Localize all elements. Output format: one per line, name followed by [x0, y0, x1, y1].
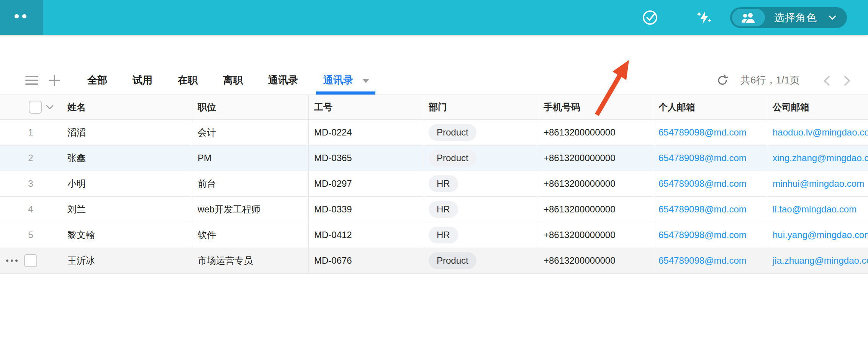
view-header: 档案 — [0, 35, 868, 66]
cell-personal-email[interactable]: 654789098@md.com — [653, 171, 767, 196]
row-checkbox[interactable] — [24, 254, 37, 267]
chevron-down-icon[interactable] — [46, 104, 54, 110]
cell-phone[interactable]: +8613200000000 — [538, 248, 653, 273]
cell-employee-id[interactable]: MD-0676 — [309, 248, 423, 273]
add-view-icon[interactable] — [48, 74, 61, 86]
cell-phone[interactable]: +8613200000000 — [538, 145, 653, 171]
cell-name[interactable]: 4刘兰 — [0, 197, 192, 222]
tab-label: 全部 — [87, 73, 107, 87]
refresh-icon[interactable] — [717, 75, 728, 86]
cell-personal-email[interactable]: 654789098@md.com — [653, 248, 767, 273]
tab-3[interactable]: 离职 — [223, 66, 243, 95]
cell-employee-id[interactable]: MD-0412 — [309, 222, 423, 248]
personal-email-link[interactable]: 654789098@md.com — [658, 178, 747, 189]
row-menu-icon[interactable] — [6, 259, 18, 262]
company-email-link[interactable]: minhui@mingdao.com — [773, 178, 864, 189]
table-row[interactable]: 3小明前台MD-0297HR+8613200000000654789098@md… — [0, 171, 868, 197]
tab-1[interactable]: 试用 — [133, 66, 152, 95]
table-row[interactable]: 5黎文翰软件MD-0412HR+8613200000000654789098@m… — [0, 222, 868, 248]
cell-department[interactable]: HR — [423, 197, 538, 222]
cell-position[interactable]: 会计 — [192, 120, 309, 145]
cell-company-email[interactable]: haoduo.lv@mingdao.com — [767, 120, 868, 145]
company-email-link[interactable]: li.tao@mingdao.com — [773, 204, 857, 215]
table-header-row: 姓名职位工号部门手机号码个人邮箱公司邮箱 — [0, 95, 868, 120]
table-row[interactable]: 王沂冰市场运营专员MD-0676Product+8613200000000654… — [0, 248, 868, 274]
company-email-link[interactable]: jia.zhuang@mingdao.com — [773, 255, 868, 266]
prev-page-icon[interactable] — [822, 75, 832, 86]
cell-phone[interactable]: +8613200000000 — [538, 120, 653, 145]
tab-caret-icon[interactable] — [362, 79, 369, 83]
cell-name[interactable]: 1滔滔 — [0, 120, 192, 145]
cell-company-email[interactable]: xing.zhang@mingdao.com — [767, 145, 868, 171]
cell-phone[interactable]: +8613200000000 — [538, 171, 653, 196]
column-header-6[interactable]: 公司邮箱 — [767, 95, 868, 119]
task-check-icon[interactable] — [641, 0, 659, 35]
cell-personal-email[interactable]: 654789098@md.com — [653, 197, 767, 222]
automation-icon[interactable] — [696, 0, 712, 35]
table-row[interactable]: 2张鑫PMMD-0365Product+86132000000006547890… — [0, 145, 868, 171]
personal-email-link[interactable]: 654789098@md.com — [658, 255, 747, 266]
row-handle: 4 — [0, 204, 61, 215]
cell-department[interactable]: HR — [423, 171, 538, 196]
view-tabs-bar: 全部试用在职离职通讯录通讯录 共6行，1/1页 — [0, 66, 868, 95]
personal-email-link[interactable]: 654789098@md.com — [658, 153, 747, 163]
department-tag: HR — [429, 201, 458, 218]
cell-department[interactable]: HR — [423, 222, 538, 248]
select-all-checkbox[interactable] — [29, 101, 42, 114]
personal-email-link[interactable]: 654789098@md.com — [658, 127, 747, 138]
cell-department[interactable]: Product — [423, 145, 538, 171]
cell-position[interactable]: 软件 — [192, 222, 309, 248]
column-header-0[interactable]: 姓名 — [0, 95, 192, 119]
cell-personal-email[interactable]: 654789098@md.com — [653, 120, 767, 145]
cell-employee-id[interactable]: MD-0339 — [309, 197, 423, 222]
cell-employee-id[interactable]: MD-0224 — [309, 120, 423, 145]
cell-company-email[interactable]: jia.zhuang@mingdao.com — [767, 248, 868, 273]
cell-phone[interactable]: +8613200000000 — [538, 222, 653, 248]
row-number: 5 — [28, 230, 33, 240]
column-header-5[interactable]: 个人邮箱 — [653, 95, 767, 119]
cell-position[interactable]: web开发工程师 — [192, 197, 309, 222]
row-handle — [0, 254, 61, 267]
cell-name[interactable]: 王沂冰 — [0, 248, 192, 273]
cell-department[interactable]: Product — [423, 248, 538, 273]
personal-email-link[interactable]: 654789098@md.com — [658, 230, 747, 240]
cell-department[interactable]: Product — [423, 120, 538, 145]
tab-0[interactable]: 全部 — [87, 66, 107, 95]
cell-employee-id[interactable]: MD-0365 — [309, 145, 423, 171]
list-menu-icon[interactable] — [25, 75, 39, 86]
cell-personal-email[interactable]: 654789098@md.com — [653, 222, 767, 248]
personal-email-link[interactable]: 654789098@md.com — [658, 204, 747, 215]
company-email-link[interactable]: hui.yang@mingdao.com — [773, 230, 868, 240]
cell-company-email[interactable]: li.tao@mingdao.com — [767, 197, 868, 222]
cell-phone[interactable]: +8613200000000 — [538, 197, 653, 222]
column-header-3[interactable]: 部门 — [423, 95, 538, 119]
table-row[interactable]: 4刘兰web开发工程师MD-0339HR+8613200000000654789… — [0, 197, 868, 222]
records-table: 姓名职位工号部门手机号码个人邮箱公司邮箱 1滔滔会计MD-0224Product… — [0, 95, 868, 274]
tab-active-5[interactable]: 通讯录 — [323, 66, 369, 95]
table-body: 1滔滔会计MD-0224Product+86132000000006547890… — [0, 120, 868, 274]
cell-personal-email[interactable]: 654789098@md.com — [653, 145, 767, 171]
cell-company-email[interactable]: hui.yang@mingdao.com — [767, 222, 868, 248]
company-email-link[interactable]: haoduo.lv@mingdao.com — [773, 127, 868, 138]
role-selector[interactable]: 选择角色 — [730, 7, 847, 28]
column-header-1[interactable]: 职位 — [192, 95, 309, 119]
tab-4[interactable]: 通讯录 — [268, 66, 298, 95]
cell-name[interactable]: 3小明 — [0, 171, 192, 196]
cell-position[interactable]: PM — [192, 145, 309, 171]
cell-position[interactable]: 市场运营专员 — [192, 248, 309, 273]
department-tag: HR — [429, 175, 458, 192]
cell-employee-id[interactable]: MD-0297 — [309, 171, 423, 196]
company-email-link[interactable]: xing.zhang@mingdao.com — [773, 153, 868, 163]
tab-2[interactable]: 在职 — [178, 66, 198, 95]
cell-name[interactable]: 5黎文翰 — [0, 222, 192, 248]
next-page-icon[interactable] — [842, 75, 852, 86]
app-logo[interactable] — [0, 0, 43, 35]
column-header-2[interactable]: 工号 — [309, 95, 423, 119]
cell-company-email[interactable]: minhui@mingdao.com — [767, 171, 868, 196]
cell-position[interactable]: 前台 — [192, 171, 309, 196]
column-header-4[interactable]: 手机号码 — [538, 95, 653, 119]
cell-name[interactable]: 2张鑫 — [0, 145, 192, 171]
department-tag: HR — [429, 227, 458, 243]
row-number: 2 — [28, 153, 33, 163]
table-row[interactable]: 1滔滔会计MD-0224Product+86132000000006547890… — [0, 120, 868, 145]
